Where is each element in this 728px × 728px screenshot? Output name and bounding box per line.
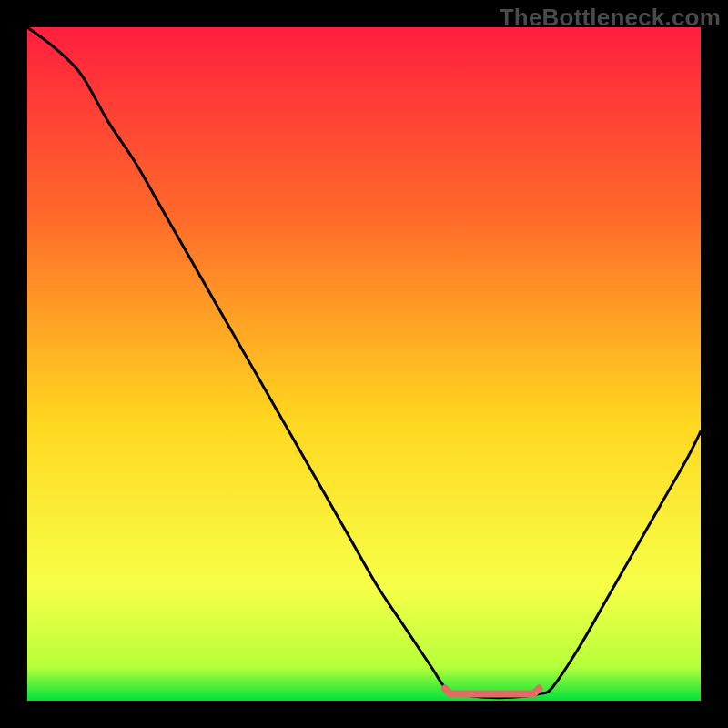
gradient-background [27, 27, 701, 701]
watermark-text: TheBottleneck.com [500, 4, 721, 32]
chart-frame [27, 27, 701, 701]
bottleneck-chart [27, 27, 701, 701]
